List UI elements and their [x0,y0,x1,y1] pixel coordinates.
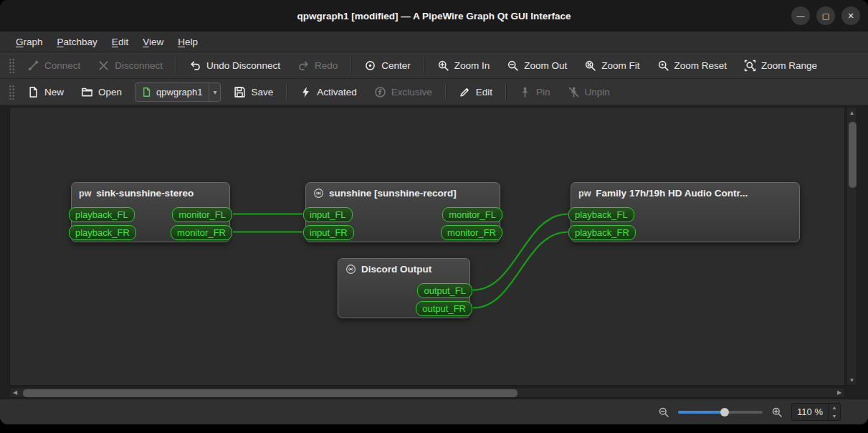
scroll-down-arrow[interactable]: ▼ [847,375,857,385]
port-playback-fr[interactable]: playback_FR [69,225,136,240]
zoom-range-icon [744,60,756,72]
zoom-percent-value: 110 % [792,406,828,417]
toolbar-button-zoom-in[interactable]: Zoom In [429,56,498,75]
port-monitor-fr[interactable]: monitor_FR [441,225,502,240]
port-output-fl[interactable]: output_FL [417,283,472,298]
vertical-scrollbar[interactable]: ▲ ▼ [846,107,857,386]
toolbar-button-label: Zoom Range [761,60,817,71]
toolbar-button-label: Undo Disconnect [206,60,280,71]
spinbox-arrows: ▲ ▼ [828,404,840,420]
horizontal-scrollbar[interactable]: ◀ ▶ [9,387,845,398]
node-discord-output[interactable]: Discord Outputoutput_FLoutput_FR [338,258,470,318]
zoom-fit-icon [584,60,596,72]
toolbar-button-activated[interactable]: Activated [292,82,365,102]
toolbar-button-label: Edit [476,87,492,97]
pw-icon: pw [79,189,91,199]
toolbar-button-label: Activated [317,87,357,97]
toolbar-button-label: Zoom Reset [674,60,728,71]
graph-canvas[interactable]: pwsink-sunshine-stereoplayback_FLplaybac… [9,107,845,386]
port-monitor-fr[interactable]: monitor_FR [171,225,232,240]
zoom-percent-spinbox[interactable]: 110 % ▲ ▼ [791,403,841,421]
toolbar-button-label: Connect [44,60,80,71]
toolbar-button-save[interactable]: Save [226,82,281,102]
node-title-text: sunshine [sunshine-record] [329,188,457,199]
close-button[interactable]: ✕ [841,6,860,25]
toolbar-button-label: Redo [315,60,338,71]
toolbar-button-connect[interactable]: Connect [19,56,88,75]
vertical-scroll-handle[interactable] [849,122,857,188]
scroll-up-arrow[interactable]: ▲ [847,108,857,118]
unpin-icon [568,86,580,98]
maximize-button[interactable]: ▢ [816,6,835,25]
undo-icon [189,60,201,72]
toolbar-button-pin[interactable]: Pin [511,82,558,102]
toolbar-button-label: Zoom Out [524,60,567,71]
port-playback-fl[interactable]: playback_FL [568,207,634,222]
toolbar-handle[interactable] [8,84,14,100]
maximize-icon: ▢ [822,11,829,21]
port-monitor-fl[interactable]: monitor_FL [442,207,502,222]
zoom-in-small-icon[interactable] [771,406,783,418]
wire-discord-output-output-fr-to-family-hd-audio-playback-fr[interactable] [473,232,568,308]
toolbar-button-zoom-reset[interactable]: Zoom Reset [649,56,735,75]
menu-bar: GraphPatchbayEditViewHelp [0,32,868,52]
toolbar-button-new[interactable]: New [19,82,72,102]
node-title: pwsink-sunshine-stereo [72,183,229,199]
scroll-right-arrow[interactable]: ▶ [834,388,844,398]
connection-wires [10,108,845,386]
spin-up-arrow[interactable]: ▲ [829,404,840,412]
toolbar-button-disconnect[interactable]: Disconnect [90,56,171,75]
toolbar-button-label: Pin [536,87,550,97]
toolbar-button-center[interactable]: Center [356,56,419,75]
exclusive-icon [374,86,386,98]
port-input-fr[interactable]: input_FR [303,225,354,240]
file-icon [141,87,152,97]
node-title-text: Discord Output [361,264,431,275]
node-family-hd-audio[interactable]: pwFamily 17h/19h HD Audio Contr...playba… [571,182,800,242]
toolbar-button-label: Center [381,60,411,71]
port-playback-fl[interactable]: playback_FL [69,207,135,222]
menu-edit[interactable]: Edit [105,32,135,52]
zoom-out-small-icon[interactable] [658,406,669,418]
zoom-slider-thumb[interactable] [720,408,729,417]
toolbar-main: Connect Disconnect Undo Disconnect Redo … [0,52,868,79]
open-icon [81,86,93,98]
toolbar-button-label: Zoom In [454,60,490,71]
menu-graph[interactable]: Graph [9,32,50,52]
toolbar-button-zoom-fit[interactable]: Zoom Fit [576,56,647,75]
title-bar[interactable]: qpwgraph1 [modified] — A PipeWire Graph … [0,0,868,32]
toolbar-button-undo-disconnect[interactable]: Undo Disconnect [181,56,288,75]
menu-help[interactable]: Help [171,32,205,52]
toolbar-button-open[interactable]: Open [73,82,130,102]
scroll-left-arrow[interactable]: ◀ [10,388,20,398]
minimize-button[interactable]: — [791,6,810,25]
toolbar-separator [424,57,424,73]
toolbar-file: New Open qpwgraph1 ▾ Save Activated [0,79,868,105]
close-icon: ✕ [847,11,854,21]
toolbar-button-unpin[interactable]: Unpin [560,82,618,102]
app-icon [345,264,356,275]
toolbar-button-redo[interactable]: Redo [290,56,345,75]
window-controls: —▢✕ [791,6,860,25]
toolbar-button-zoom-range[interactable]: Zoom Range [736,56,825,75]
zoom-slider[interactable] [678,406,763,418]
spin-down-arrow[interactable]: ▼ [829,412,840,421]
toolbar-button-label: Save [251,87,273,97]
port-monitor-fl[interactable]: monitor_FL [172,207,232,222]
activated-icon [300,86,312,98]
horizontal-scroll-handle[interactable] [23,389,518,397]
port-input-fl[interactable]: input_FL [303,207,353,222]
toolbar-button-zoom-out[interactable]: Zoom Out [499,56,575,75]
toolbar-separator [176,57,176,73]
patchbay-combo[interactable]: qpwgraph1 ▾ [135,82,221,102]
node-sink-sunshine-stereo[interactable]: pwsink-sunshine-stereoplayback_FLplaybac… [71,182,230,242]
toolbar-button-edit[interactable]: Edit [451,82,500,102]
port-output-fr[interactable]: output_FR [416,301,472,316]
menu-view[interactable]: View [135,32,171,52]
toolbar-button-label: Disconnect [115,60,163,71]
toolbar-handle[interactable] [8,57,14,73]
toolbar-button-exclusive[interactable]: Exclusive [366,82,440,102]
node-sunshine-record[interactable]: sunshine [sunshine-record]input_FLinput_… [305,182,500,242]
menu-patchbay[interactable]: Patchbay [50,32,105,52]
port-playback-fr[interactable]: playback_FR [568,225,636,240]
